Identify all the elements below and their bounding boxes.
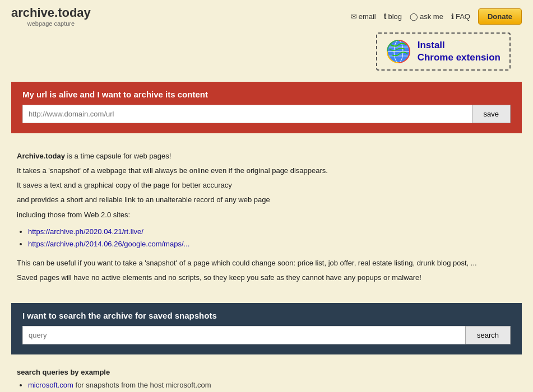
info-line5: including those from Web 2.0 sites: xyxy=(17,209,516,221)
info-line3: It saves a text and a graphical copy of … xyxy=(17,179,516,192)
info-note1: This can be useful if you want to take a… xyxy=(17,257,516,269)
url-input[interactable] xyxy=(22,105,472,123)
info-note2: Saved pages will have no active elements… xyxy=(17,272,516,284)
faq-link[interactable]: ℹ FAQ xyxy=(451,12,470,21)
archive-section: My url is alive and I want to archive it… xyxy=(11,82,522,133)
chrome-extension-banner[interactable]: Install Chrome extension xyxy=(376,32,511,71)
blog-icon: t xyxy=(384,12,387,21)
donate-button[interactable]: Donate xyxy=(478,8,522,25)
ask-icon: ◯ xyxy=(410,12,418,21)
save-button[interactable]: save xyxy=(472,105,511,123)
search-example-link[interactable]: microsoft.com xyxy=(28,381,73,389)
info-links: https://archive.ph/2020.04.21/rt.live/ h… xyxy=(28,226,516,250)
search-row: search xyxy=(22,326,511,344)
list-item: https://archive.ph/2020.04.21/rt.live/ xyxy=(28,226,516,238)
search-example-desc: for snapshots from the host microsoft.co… xyxy=(73,381,211,389)
blog-link[interactable]: t blog xyxy=(384,12,402,21)
logo-subtitle: webpage capture xyxy=(11,20,91,27)
search-examples: search queries by example microsoft.com … xyxy=(0,360,533,392)
header-nav: ✉ email t blog ◯ ask me ℹ FAQ Donate xyxy=(351,8,522,25)
url-row: save xyxy=(22,105,511,123)
search-button[interactable]: search xyxy=(465,326,511,344)
logo-area: archive.today webpage capture xyxy=(11,6,91,27)
search-heading: I want to search the archive for saved s… xyxy=(22,311,511,320)
info-line4: and provides a short and reliable link t… xyxy=(17,194,516,206)
header: archive.today webpage capture ✉ email t … xyxy=(0,0,533,32)
ask-link[interactable]: ◯ ask me xyxy=(410,12,443,21)
email-link[interactable]: ✉ email xyxy=(351,12,376,21)
archive-link-2[interactable]: https://archive.ph/2014.06.26/google.com… xyxy=(28,240,189,248)
search-section: I want to search the archive for saved s… xyxy=(11,303,522,354)
info-line1: Archive.today is a time capsule for web … xyxy=(17,150,516,162)
email-icon: ✉ xyxy=(351,12,357,21)
archive-heading: My url is alive and I want to archive it… xyxy=(22,90,511,99)
search-examples-list: microsoft.com for snapshots from the hos… xyxy=(28,381,516,392)
info-icon: ℹ xyxy=(451,12,454,21)
logo-title: archive.today xyxy=(11,6,91,20)
archive-link-1[interactable]: https://archive.ph/2020.04.21/rt.live/ xyxy=(28,227,143,236)
globe-icon xyxy=(386,39,411,64)
chrome-extension-text: Install Chrome extension xyxy=(418,39,500,64)
list-item: microsoft.com for snapshots from the hos… xyxy=(28,381,516,389)
list-item: https://archive.ph/2014.06.26/google.com… xyxy=(28,238,516,250)
search-input[interactable] xyxy=(22,326,465,344)
info-section: Archive.today is a time capsule for web … xyxy=(0,139,533,297)
info-line2: It takes a 'snapshot' of a webpage that … xyxy=(17,165,516,177)
search-examples-heading: search queries by example xyxy=(17,368,516,376)
brand-name: Archive.today xyxy=(17,152,65,160)
